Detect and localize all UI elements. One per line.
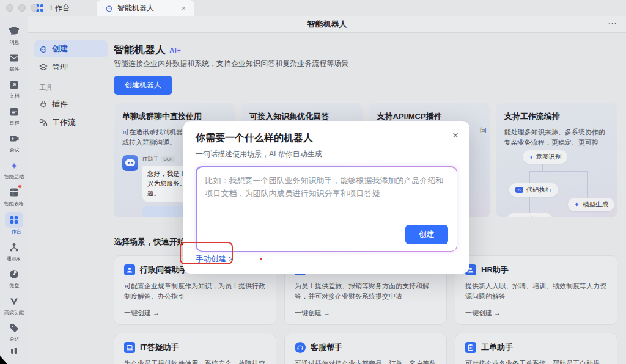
minimize-window-button[interactable] — [18, 4, 26, 12]
app-window: 工作台 智能机器人 × 消息 邮件 文档 日程 — [0, 0, 626, 364]
close-window-button[interactable] — [6, 4, 13, 12]
close-icon[interactable]: × — [452, 129, 458, 142]
description-input-border: 创建 — [196, 166, 457, 252]
robot-icon — [105, 4, 113, 12]
zoom-window-button[interactable] — [31, 4, 38, 12]
tab-smart-robot[interactable]: 智能机器人 × — [97, 0, 194, 16]
traffic-lights[interactable] — [6, 4, 38, 12]
click-annotation-box — [180, 242, 233, 264]
modal-create-button[interactable]: 创建 — [405, 225, 448, 244]
tab-close-icon[interactable]: × — [181, 4, 186, 12]
click-annotation-dot — [260, 258, 262, 260]
modal-subtitle: 一句话描述使用场景，AI 帮你自动生成 — [196, 149, 457, 159]
tab-workbench-label: 工作台 — [48, 3, 70, 13]
titlebar: 工作台 智能机器人 × — [0, 0, 626, 16]
modal-title: 你需要一个什么样的机器人 — [196, 132, 457, 145]
tab-smart-robot-label: 智能机器人 — [117, 3, 154, 13]
